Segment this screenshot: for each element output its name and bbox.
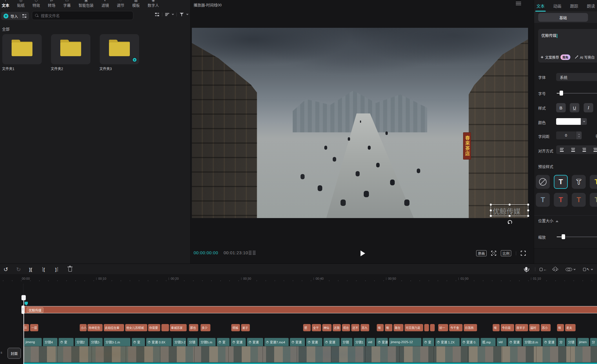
preset-none[interactable] xyxy=(536,175,550,189)
tab-basic[interactable]: 基础 xyxy=(538,13,588,22)
underline-button[interactable]: U xyxy=(570,103,579,112)
text-clip[interactable]: 怒 xyxy=(303,324,311,331)
video-clip[interactable]: 变速 xyxy=(290,338,305,346)
font-size-slider[interactable] xyxy=(557,93,597,94)
ratio-button[interactable]: 比例 xyxy=(501,250,511,256)
audio-track-strip[interactable] xyxy=(23,363,597,364)
top-tab-字幕[interactable]: ▭字幕 xyxy=(63,0,71,8)
preset-style[interactable]: T xyxy=(590,175,597,189)
selection-handle[interactable] xyxy=(509,204,511,206)
slider-knob[interactable] xyxy=(562,234,565,239)
text-content-input[interactable]: 优鲸传媒 文案推荐 限免 AI 写旁白 xyxy=(538,29,597,63)
text-clip[interactable]: 可见我乃是 xyxy=(405,324,423,331)
original-quality-button[interactable]: 原画 xyxy=(476,250,487,256)
text-clip[interactable]: 还不 xyxy=(351,324,359,331)
preset-style[interactable]: T xyxy=(572,193,586,207)
copy-suggest-button[interactable]: 文案推荐 xyxy=(545,55,559,60)
scale-slider[interactable] xyxy=(557,237,597,237)
video-clip[interactable]: 分镜 xyxy=(566,338,576,346)
video-clip[interactable]: 变速 0. xyxy=(461,338,479,346)
video-clip[interactable]: 变速 xyxy=(323,338,340,346)
preset-style[interactable]: T xyxy=(536,193,550,207)
text-clip[interactable]: 现在 xyxy=(342,324,350,331)
main-text-track-clip[interactable]: 优鲸传媒 xyxy=(23,306,597,313)
video-clip[interactable]: 分镜5.m xyxy=(199,338,216,346)
text-clip[interactable] xyxy=(161,324,169,331)
text-clip[interactable]: ☰ xyxy=(23,324,29,331)
filter-icon[interactable] xyxy=(180,13,184,16)
video-preview[interactable]: 春来茶店 xyxy=(192,28,528,218)
video-clip[interactable]: 分 xyxy=(558,338,565,346)
material-library-icon[interactable] xyxy=(22,14,26,18)
video-clip[interactable]: jimeng-2025-12 xyxy=(389,338,421,346)
text-clip[interactable] xyxy=(430,324,435,331)
video-clip[interactable]: 变 xyxy=(59,338,74,346)
panel-tab-朗读[interactable]: 朗读 xyxy=(587,3,595,9)
watermark-text[interactable]: 优鲸传媒 xyxy=(493,206,520,216)
collapse-icon[interactable] xyxy=(556,220,558,222)
add-badge-icon[interactable]: + xyxy=(132,57,137,62)
letter-spacing-input[interactable]: 0 xyxy=(556,131,576,139)
align-left-icon[interactable] xyxy=(560,148,564,152)
folder-card[interactable] xyxy=(2,34,42,64)
top-tab-滤镜[interactable]: ◐滤镜 xyxy=(101,0,109,8)
cover-button[interactable]: 封面 xyxy=(8,348,21,359)
text-clip[interactable] xyxy=(424,324,429,331)
align-justify-icon[interactable] xyxy=(594,148,597,152)
text-clip[interactable]: 还我 xyxy=(333,324,341,331)
top-tab-贴纸[interactable]: ◎贴纸 xyxy=(17,0,25,8)
snap-icon[interactable]: ← xyxy=(540,266,547,273)
video-thumbnail-strip[interactable] xyxy=(23,346,597,362)
clip-trim-handle[interactable] xyxy=(21,306,25,314)
text-clip[interactable]: 今日是 xyxy=(501,324,514,331)
split-right-icon[interactable]: ] xyxy=(55,266,59,273)
text-clip[interactable]: 他女儿苏倾城 xyxy=(125,324,147,331)
preview-axis-pin[interactable] xyxy=(25,302,28,306)
sort-chevron-icon[interactable] xyxy=(172,13,174,15)
text-clip[interactable]: 神仙 xyxy=(322,324,332,331)
bold-button[interactable]: B xyxy=(556,103,566,112)
top-tab-模板[interactable]: ▦模板 xyxy=(132,0,140,8)
playhead-handle[interactable] xyxy=(21,295,26,300)
link-icon[interactable] xyxy=(566,266,575,273)
split-icon[interactable]: ][ xyxy=(29,266,32,273)
mirror-icon[interactable] xyxy=(249,251,256,255)
text-clip[interactable]: 今千金 xyxy=(449,324,463,331)
top-tab-数字人[interactable]: ◉数字人 xyxy=(148,0,159,8)
search-input[interactable]: 搜索文件名 xyxy=(32,11,133,20)
text-clip[interactable]: 夜半子 xyxy=(515,324,528,331)
selection-handle[interactable] xyxy=(527,204,529,206)
player-menu-icon[interactable] xyxy=(516,2,521,5)
text-clip[interactable]: 噢 xyxy=(385,324,392,331)
video-clip[interactable]: jimen xyxy=(577,338,589,346)
top-tab-转场[interactable]: ⇄转场 xyxy=(48,0,55,8)
video-clip[interactable]: 变速 xyxy=(376,338,388,346)
grid-view-icon[interactable] xyxy=(155,13,159,16)
selection-handle[interactable] xyxy=(527,209,529,211)
text-clip[interactable]: 全干 xyxy=(312,324,321,331)
text-clip[interactable]: 你命犯生 xyxy=(88,324,103,331)
ai-write-button[interactable]: AI 写旁白 xyxy=(580,55,595,60)
record-voiceover-icon[interactable] xyxy=(525,266,527,273)
delete-icon[interactable] xyxy=(68,266,72,273)
video-clip[interactable]: 分镜1 xyxy=(354,338,365,346)
text-clip[interactable]: 弟子 xyxy=(241,324,250,331)
video-clip[interactable]: 分镜3-2 xyxy=(173,338,186,346)
sort-icon[interactable] xyxy=(165,13,169,16)
text-clip[interactable]: 敢在 xyxy=(394,324,403,331)
video-clip[interactable]: 分镜 xyxy=(187,338,198,346)
linkage-icon[interactable] xyxy=(552,266,558,273)
text-clip[interactable]: 届时 xyxy=(529,324,540,331)
redo-icon[interactable]: ↻ xyxy=(16,266,21,273)
video-clip[interactable]: 分镜3-1.m xyxy=(104,338,130,346)
video-clip[interactable]: 变 xyxy=(423,338,434,346)
align-center-icon[interactable] xyxy=(571,148,575,152)
folder-card[interactable] xyxy=(51,34,90,64)
rotate-handle-icon[interactable] xyxy=(508,220,512,224)
video-clip[interactable]: vid xyxy=(497,338,507,346)
text-clip[interactable]: 老夫 xyxy=(565,324,576,331)
text-clip[interactable]: 小八 xyxy=(80,324,87,331)
zoom-fit-icon[interactable] xyxy=(491,251,496,256)
video-clip[interactable]: 变 xyxy=(217,338,230,346)
top-tab-文本[interactable]: T文本 xyxy=(2,0,9,8)
